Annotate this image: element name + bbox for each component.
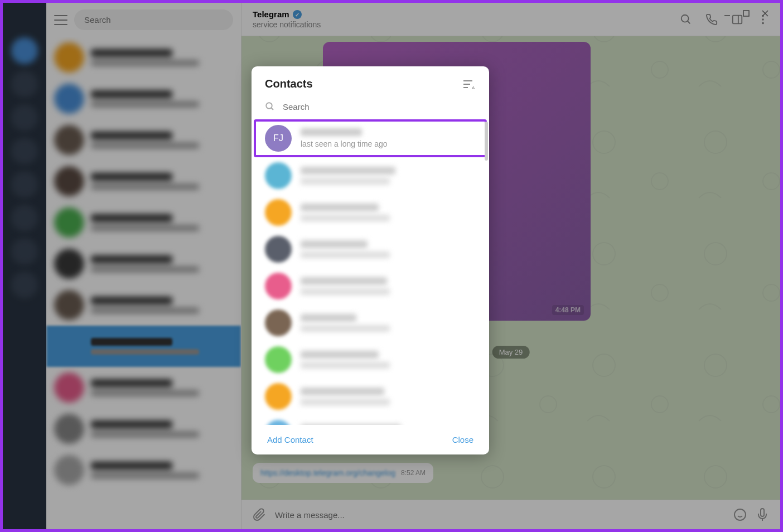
contact-name — [301, 424, 401, 425]
contacts-search-input[interactable] — [283, 102, 476, 112]
contact-avatar — [265, 309, 292, 336]
sort-icon[interactable]: A — [462, 79, 476, 90]
contact-avatar — [265, 420, 292, 425]
contact-row[interactable] — [252, 231, 489, 268]
contact-avatar — [265, 162, 292, 189]
contacts-list: FJlast seen a long time ago — [252, 119, 489, 425]
contact-row[interactable]: FJlast seen a long time ago — [254, 119, 487, 157]
search-icon — [265, 101, 275, 112]
contact-row[interactable] — [252, 194, 489, 231]
svg-point-19 — [266, 103, 272, 109]
contact-avatar — [265, 346, 292, 373]
contact-avatar — [265, 273, 292, 299]
contact-row[interactable] — [252, 304, 489, 341]
contact-row[interactable] — [252, 341, 489, 378]
contact-status — [301, 325, 390, 332]
contact-avatar: FJ — [265, 125, 292, 152]
contact-name — [301, 277, 387, 285]
contact-status — [301, 252, 390, 258]
add-contact-button[interactable]: Add Contact — [267, 435, 313, 444]
contact-row[interactable] — [252, 378, 489, 415]
contact-row[interactable] — [252, 157, 489, 194]
contact-row[interactable] — [252, 415, 489, 425]
scrollbar-thumb[interactable] — [485, 122, 488, 161]
contact-status — [301, 178, 390, 185]
contact-name — [301, 351, 379, 359]
contact-avatar — [265, 199, 292, 226]
contact-status — [301, 215, 390, 221]
contact-status — [301, 362, 390, 369]
contact-status — [301, 399, 390, 405]
close-button[interactable]: Close — [452, 435, 473, 444]
contacts-modal: Contacts A FJlast seen a long time ago A… — [252, 66, 489, 454]
contact-status: last seen a long time ago — [301, 139, 476, 148]
contact-name — [301, 388, 384, 395]
svg-line-20 — [271, 108, 273, 110]
svg-text:A: A — [472, 85, 475, 90]
contact-name — [301, 128, 362, 136]
contact-name — [301, 167, 395, 175]
contact-status — [301, 288, 390, 295]
contact-row[interactable] — [252, 268, 489, 304]
contact-avatar — [265, 236, 292, 263]
contact-avatar — [265, 383, 292, 410]
contact-name — [301, 204, 379, 211]
contact-name — [301, 314, 356, 322]
contact-name — [301, 240, 368, 248]
modal-title: Contacts — [265, 78, 313, 90]
